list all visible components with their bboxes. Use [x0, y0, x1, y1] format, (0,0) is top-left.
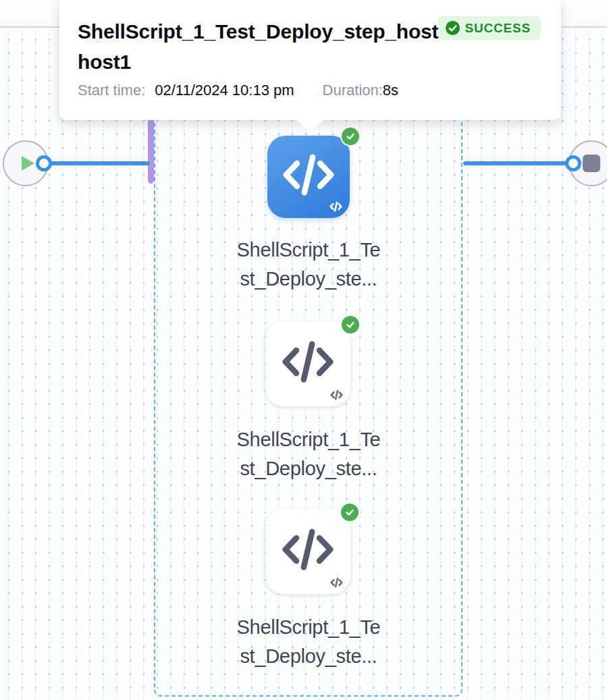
step-node-3[interactable]: [265, 509, 350, 594]
play-icon: [22, 156, 34, 171]
stop-icon: [583, 155, 600, 172]
connector-line-right: [463, 161, 569, 165]
connector-point-left: [36, 155, 52, 171]
tooltip-meta: Start time: 02/11/2024 10:13 pm Duration…: [78, 82, 541, 99]
success-check-icon: [340, 126, 361, 146]
status-badge: SUCCESS: [438, 16, 541, 40]
success-check-icon: [340, 502, 360, 522]
tooltip-arrow: [296, 120, 323, 132]
start-time-label: Start time:: [78, 82, 145, 99]
step-node-1[interactable]: [267, 136, 350, 218]
step-label-1: ShellScript_1_Te st_Deploy_ste...: [201, 236, 417, 294]
step-label-3: ShellScript_1_Te st_Deploy_ste...: [201, 613, 417, 671]
step-tooltip: ShellScript_1_Test_Deploy_step_host1 hos…: [59, 0, 561, 120]
step-node-2[interactable]: [265, 321, 350, 406]
code-mini-icon: [329, 201, 342, 212]
stage-indicator-bar: [148, 116, 154, 184]
code-icon: [282, 152, 335, 198]
duration-value: 8s: [383, 82, 398, 99]
code-icon: [282, 527, 334, 572]
connector-point-right: [565, 155, 581, 171]
success-check-icon: [340, 315, 361, 335]
code-icon: [282, 339, 334, 385]
start-time-value: 02/11/2024 10:13 pm: [155, 82, 294, 99]
check-circle-icon: [446, 21, 460, 35]
code-mini-icon: [330, 389, 343, 400]
connector-line-left: [49, 161, 150, 165]
code-mini-icon: [330, 577, 343, 588]
step-label-2: ShellScript_1_Te st_Deploy_ste...: [201, 425, 417, 483]
status-badge-label: SUCCESS: [465, 21, 531, 36]
duration-label: Duration:: [323, 82, 383, 99]
